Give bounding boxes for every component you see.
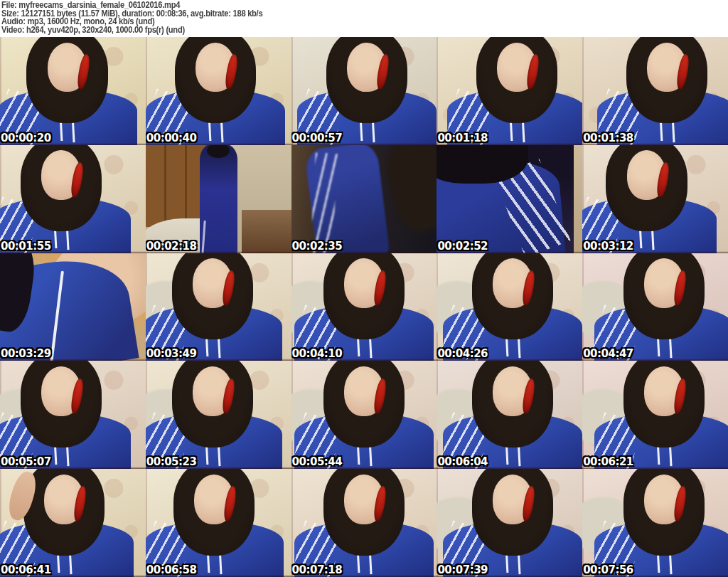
video-frame-thumbnail: 00:05:07 — [0, 361, 146, 469]
frame-timestamp: 00:01:55 — [1, 241, 51, 252]
video-frame-thumbnail: 00:00:20 — [0, 37, 146, 145]
frame-timestamp: 00:05:07 — [1, 457, 51, 467]
frame-timestamp: 00:07:39 — [437, 565, 488, 576]
frame-timestamp: 00:02:52 — [437, 241, 488, 252]
video-frame-thumbnail: 00:02:35 — [291, 145, 437, 253]
video-frame-thumbnail: 00:06:58 — [146, 469, 291, 577]
video-frame-thumbnail: 00:02:52 — [437, 145, 582, 253]
video-frame-thumbnail: 00:07:56 — [582, 469, 728, 577]
jacket-shape — [304, 145, 392, 253]
video-frame-thumbnail: 00:07:18 — [291, 469, 437, 577]
frame-timestamp: 00:02:35 — [292, 241, 343, 252]
video-frame-thumbnail: 00:04:10 — [291, 253, 437, 361]
video-frame-thumbnail: 00:03:12 — [582, 145, 728, 253]
frame-timestamp: 00:04:26 — [437, 349, 488, 359]
video-frame-thumbnail: 00:04:26 — [437, 253, 582, 361]
frame-timestamp: 00:00:40 — [146, 133, 197, 144]
video-line: Video: h264, yuv420p, 320x240, 1000.00 f… — [1, 26, 677, 35]
frame-timestamp: 00:00:20 — [1, 133, 51, 144]
video-frame-thumbnail: 00:06:04 — [437, 361, 582, 469]
frame-timestamp: 00:06:21 — [583, 457, 633, 467]
video-frame-thumbnail: 00:02:18 — [146, 145, 291, 253]
video-frame-thumbnail: 00:05:23 — [146, 361, 291, 469]
scene-shape-d — [200, 145, 237, 253]
frame-timestamp: 00:02:18 — [146, 241, 197, 252]
frame-timestamp: 00:07:56 — [583, 565, 633, 576]
frame-timestamp: 00:01:18 — [437, 133, 488, 144]
contact-sheet: File: myfreecams_darsinia_female_0610201… — [0, 0, 728, 577]
video-frame-thumbnail: 00:01:38 — [582, 37, 728, 145]
frame-timestamp: 00:06:04 — [437, 457, 488, 467]
video-frame-thumbnail: 00:05:44 — [291, 361, 437, 469]
video-frame-thumbnail: 00:00:57 — [291, 37, 437, 145]
frame-timestamp: 00:01:38 — [583, 133, 633, 144]
frame-timestamp: 00:03:29 — [1, 349, 51, 359]
video-frame-thumbnail: 00:00:40 — [146, 37, 291, 145]
video-frame-thumbnail: 00:01:55 — [0, 145, 146, 253]
thumbnail-grid: 00:00:20 00:00:40 00:00:57 — [0, 37, 728, 577]
video-frame-thumbnail: 00:07:39 — [437, 469, 582, 577]
frame-timestamp: 00:05:23 — [146, 457, 197, 467]
video-frame-thumbnail: 00:03:29 — [0, 253, 146, 361]
frame-timestamp: 00:04:10 — [292, 349, 343, 359]
video-frame-thumbnail: 00:06:41 — [0, 469, 146, 577]
scene-shape-a — [574, 145, 582, 253]
metadata-header: File: myfreecams_darsinia_female_0610201… — [0, 0, 728, 37]
frame-timestamp: 00:06:41 — [1, 565, 51, 576]
video-frame-thumbnail: 00:03:49 — [146, 253, 291, 361]
frame-timestamp: 00:07:18 — [292, 565, 343, 576]
frame-timestamp: 00:03:49 — [146, 349, 197, 359]
scene-shape-c — [242, 210, 291, 253]
video-frame-thumbnail: 00:04:47 — [582, 253, 728, 361]
frame-timestamp: 00:04:47 — [583, 349, 633, 359]
video-frame-thumbnail: 00:01:18 — [437, 37, 582, 145]
frame-timestamp: 00:03:12 — [583, 241, 633, 252]
frame-timestamp: 00:06:58 — [146, 565, 197, 576]
frame-timestamp: 00:00:57 — [292, 133, 343, 144]
frame-timestamp: 00:05:44 — [292, 457, 343, 467]
video-frame-thumbnail: 00:06:21 — [582, 361, 728, 469]
